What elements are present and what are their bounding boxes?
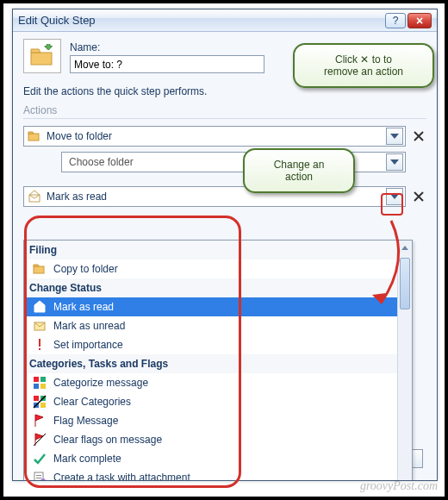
close-icon: × (416, 15, 423, 27)
callout-change-action: Change an action (243, 148, 355, 193)
window-title: Edit Quick Step (18, 14, 383, 27)
svg-marker-5 (390, 159, 399, 165)
task-attach-icon (33, 471, 47, 480)
dropdown-item[interactable]: Copy to folder (24, 259, 412, 278)
dropdown-item-label: Copy to folder (53, 263, 118, 275)
dropdown-item-label: Create a task with attachment (53, 472, 190, 480)
dropdown-item[interactable]: Mark as read (24, 297, 412, 316)
svg-rect-19 (34, 396, 39, 401)
folder-arrow-icon (28, 44, 56, 68)
folder-move-icon (28, 129, 41, 143)
scroll-thumb[interactable] (400, 258, 410, 309)
remove-action-button[interactable] (411, 189, 426, 204)
categories-icon (33, 376, 47, 390)
svg-marker-1 (31, 49, 40, 53)
dropdown-item[interactable]: Create a task with attachment (24, 468, 412, 480)
svg-rect-22 (40, 403, 46, 408)
dropdown-item-label: Flag Message (53, 415, 118, 427)
dropdown-item[interactable]: Categorize message (24, 373, 412, 392)
dropdown-item-label: Mark complete (53, 453, 121, 465)
action-label: Move to folder (47, 130, 381, 142)
quick-step-icon-button[interactable] (23, 39, 61, 73)
folder-icon (33, 262, 47, 276)
scroll-up-button[interactable] (398, 241, 412, 255)
svg-rect-16 (40, 377, 46, 382)
svg-marker-10 (34, 265, 39, 266)
watermark: groovyPost.com (360, 479, 438, 493)
chevron-down-icon (390, 134, 399, 139)
callout-remove-action: Click ✕ to to remove an action (293, 43, 434, 88)
svg-rect-13 (39, 339, 40, 347)
close-icon (413, 130, 425, 142)
dropdown-item-label: Clear flags on message (53, 434, 162, 446)
action-row: Move to folder (23, 126, 426, 147)
name-input[interactable] (70, 55, 264, 73)
dropdown-item-label: Categorize message (53, 377, 148, 389)
svg-marker-8 (390, 194, 399, 199)
mail-closed-icon (33, 319, 47, 333)
callout-text: Click ✕ to to (307, 53, 420, 66)
action-select[interactable]: Move to folder (23, 126, 406, 147)
dropdown-group-header: Change Status (24, 278, 412, 297)
dropdown-item[interactable]: Flag Message (24, 411, 412, 430)
mail-open-icon (28, 190, 41, 203)
callout-text: Change an (257, 159, 341, 171)
chevron-down-icon (390, 159, 399, 165)
dropdown-item[interactable]: Clear Categories (24, 392, 412, 411)
close-button[interactable]: × (408, 13, 432, 28)
categories-clear-icon (33, 395, 47, 409)
callout-text: remove an action (307, 66, 420, 78)
action-dropdown-button[interactable] (386, 128, 403, 145)
svg-marker-3 (28, 132, 34, 134)
chevron-down-icon (390, 194, 399, 199)
svg-marker-4 (390, 134, 399, 139)
dropdown-group-header: Categories, Tasks and Flags (24, 354, 412, 373)
dialog-body: Name: Edit the actions the quick step pe… (13, 32, 437, 480)
help-icon: ? (393, 16, 399, 26)
dropdown-item-label: Clear Categories (53, 396, 131, 408)
actions-header: Actions (23, 104, 426, 119)
titlebar: Edit Quick Step ? × (13, 9, 437, 32)
svg-rect-14 (39, 348, 40, 350)
svg-marker-33 (401, 246, 408, 250)
svg-rect-2 (28, 134, 39, 141)
svg-rect-15 (34, 377, 39, 382)
stage: Edit Quick Step ? × Name: (0, 0, 448, 500)
close-icon (413, 191, 425, 203)
dropdown-group-header: Filing (24, 241, 412, 259)
mail-open-icon (33, 300, 47, 314)
remove-action-button[interactable] (411, 128, 426, 144)
svg-rect-27 (36, 478, 41, 478)
action-dropdown-list[interactable]: FilingCopy to folderChange StatusMark as… (23, 240, 413, 480)
dropdown-item-label: Mark as read (53, 301, 114, 313)
svg-rect-0 (31, 53, 52, 65)
svg-rect-18 (40, 384, 46, 389)
dropdown-scrollbar[interactable] (397, 241, 412, 480)
dropdown-item-label: Set importance (53, 339, 123, 351)
importance-icon (33, 338, 47, 352)
dropdown-item[interactable]: Mark as unread (24, 316, 412, 335)
dropdown-item[interactable]: Mark complete (24, 449, 412, 468)
check-icon (33, 452, 47, 466)
action-dropdown-button[interactable] (386, 188, 403, 205)
flag-clear-icon (33, 433, 47, 447)
choose-folder-dropdown-button[interactable] (386, 153, 403, 171)
svg-rect-26 (36, 475, 41, 476)
svg-rect-17 (34, 384, 39, 389)
dropdown-item-label: Mark as unread (53, 320, 125, 332)
flag-icon (33, 414, 47, 428)
action-row: Mark as read (23, 186, 426, 207)
dropdown-item[interactable]: Set importance (24, 335, 412, 354)
dropdown-item[interactable]: Clear flags on message (24, 430, 412, 449)
svg-rect-9 (34, 266, 44, 273)
help-button[interactable]: ? (385, 13, 406, 28)
callout-text: action (257, 171, 341, 183)
